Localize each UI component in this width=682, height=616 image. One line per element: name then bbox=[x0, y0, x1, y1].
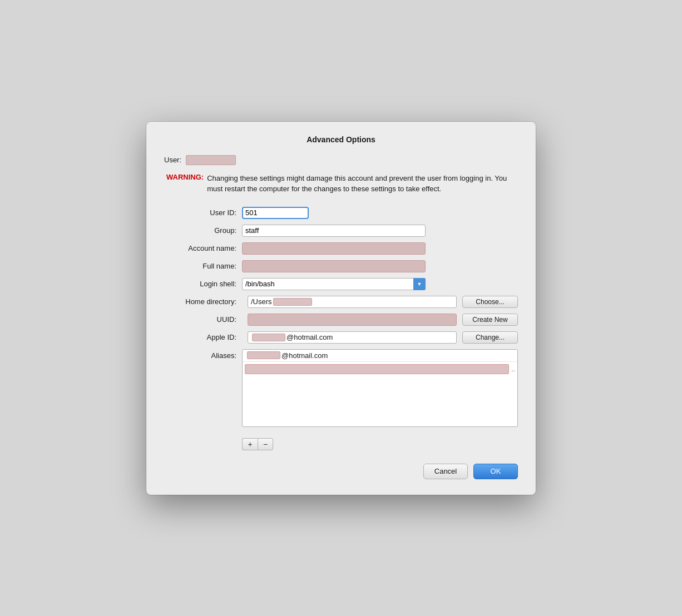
fullname-label: Full name: bbox=[164, 262, 236, 270]
cancel-button[interactable]: Cancel bbox=[423, 464, 468, 479]
home-directory-label: Home directory: bbox=[164, 297, 236, 306]
userid-input[interactable] bbox=[242, 207, 309, 219]
account-name-label: Account name: bbox=[164, 244, 236, 252]
userid-label: User ID: bbox=[164, 208, 236, 217]
alias-1-suffix: @hotmail.com bbox=[281, 351, 328, 360]
aliases-row: Aliases: @hotmail.com .. bbox=[164, 349, 518, 427]
loginshell-label: Login shell: bbox=[164, 280, 236, 288]
user-row: User: bbox=[164, 155, 518, 165]
warning-label: WARNING: bbox=[166, 173, 204, 181]
alias-2-dots: .. bbox=[511, 365, 515, 373]
loginshell-row: Login shell: /bin/bash /bin/sh /bin/zsh … bbox=[164, 278, 518, 290]
userid-row: User ID: bbox=[164, 207, 518, 219]
login-shell-select[interactable]: /bin/bash /bin/sh /bin/zsh /usr/bin/fals… bbox=[242, 278, 426, 290]
account-name-row: Account name: bbox=[164, 242, 518, 255]
bottom-buttons: Cancel OK bbox=[164, 464, 518, 479]
appleid-label: Apple ID: bbox=[164, 333, 236, 341]
fullname-input[interactable] bbox=[242, 260, 426, 272]
change-button[interactable]: Change... bbox=[462, 331, 518, 344]
home-directory-prefix: /Users bbox=[251, 297, 272, 306]
create-new-button[interactable]: Create New bbox=[462, 314, 518, 326]
appleid-row: Apple ID: @hotmail.com Change... bbox=[164, 331, 518, 344]
form-section: User ID: Group: Account name: Full name:… bbox=[164, 207, 518, 427]
uuid-row: UUID: Create New bbox=[164, 314, 518, 326]
shell-wrapper: /bin/bash /bin/sh /bin/zsh /usr/bin/fals… bbox=[242, 278, 426, 290]
group-input[interactable] bbox=[242, 225, 426, 237]
appleid-username-redacted bbox=[252, 334, 285, 341]
user-label: User: bbox=[164, 156, 181, 164]
home-directory-username-redacted bbox=[273, 298, 312, 306]
uuid-label: UUID: bbox=[164, 315, 236, 324]
dialog-title: Advanced Options bbox=[164, 135, 518, 144]
plus-minus-row: + − bbox=[242, 438, 518, 450]
appleid-suffix: @hotmail.com bbox=[286, 333, 333, 341]
user-value-redacted bbox=[186, 155, 236, 165]
uuid-input-redacted bbox=[248, 314, 457, 326]
home-directory-input-wrapper: /Users bbox=[248, 296, 457, 308]
alias-item-1: @hotmail.com bbox=[243, 350, 517, 362]
account-name-input[interactable] bbox=[242, 242, 426, 255]
ok-button[interactable]: OK bbox=[473, 464, 518, 479]
aliases-box: @hotmail.com .. bbox=[242, 349, 518, 427]
add-alias-button[interactable]: + bbox=[242, 438, 258, 450]
fullname-row: Full name: bbox=[164, 260, 518, 272]
home-directory-row: Home directory: /Users Choose... bbox=[164, 296, 518, 308]
aliases-label: Aliases: bbox=[164, 351, 236, 360]
alias-1-redacted bbox=[247, 351, 280, 359]
warning-text: Changing these settings might damage thi… bbox=[207, 173, 518, 195]
alias-2-redacted-input bbox=[245, 364, 509, 374]
group-row: Group: bbox=[164, 225, 518, 237]
advanced-options-dialog: Advanced Options User: WARNING: Changing… bbox=[146, 122, 536, 495]
appleid-input-wrapper: @hotmail.com bbox=[248, 331, 457, 344]
choose-button[interactable]: Choose... bbox=[462, 296, 518, 308]
alias-item-2: .. bbox=[243, 362, 517, 376]
remove-alias-button[interactable]: − bbox=[258, 438, 273, 450]
warning-box: WARNING: Changing these settings might d… bbox=[164, 173, 518, 195]
group-label: Group: bbox=[164, 226, 236, 235]
